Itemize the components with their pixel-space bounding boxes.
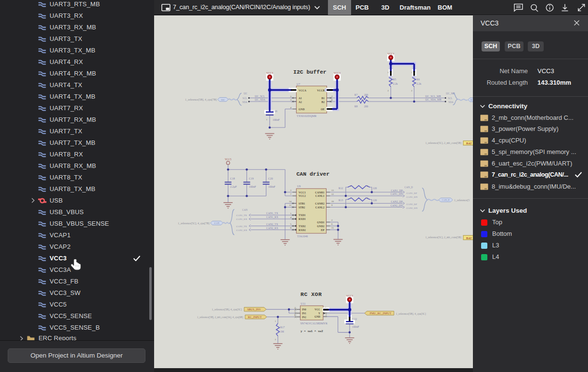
svg-text:2: 2 bbox=[411, 90, 412, 92]
svg-text:IN2: IN2 bbox=[302, 316, 306, 319]
svg-text:CAN1_DP: CAN1_DP bbox=[391, 189, 403, 192]
svg-text:TJA1046: TJA1046 bbox=[297, 235, 308, 238]
svg-text:1: 1 bbox=[350, 185, 351, 187]
svg-text:100nF: 100nF bbox=[273, 118, 280, 121]
svg-text:CANL1: CANL1 bbox=[315, 194, 325, 197]
svg-text:I2C_SCL: I2C_SCL bbox=[255, 95, 265, 98]
svg-text:CANH2: CANH2 bbox=[315, 202, 324, 205]
svg-text:I2C_SDA: I2C_SDA bbox=[255, 98, 265, 101]
svg-text:B2: B2 bbox=[321, 101, 325, 103]
svg-text:A1: A1 bbox=[299, 97, 302, 100]
svg-text:C22: C22 bbox=[353, 318, 357, 321]
svg-text:CAN_D: CAN_D bbox=[405, 186, 413, 189]
svg-text:SDA: SDA bbox=[242, 101, 248, 103]
svg-text:CAN1_RX: CAN1_RX bbox=[236, 218, 248, 220]
svg-text:100nF: 100nF bbox=[249, 185, 257, 188]
svg-text:CAN1_DN: CAN1_DN bbox=[406, 196, 418, 198]
svg-text:1: 1 bbox=[266, 118, 267, 121]
svg-text:I2: I2 bbox=[470, 99, 473, 101]
svg-text:1_reference[5B], 2_mb_conn[3A]: 1_reference[5B], 2_mb_conn[3A], 4_cpu[6B… bbox=[197, 316, 243, 319]
svg-text:RC_INPUT: RC_INPUT bbox=[248, 316, 262, 319]
svg-text:R6: R6 bbox=[417, 78, 420, 81]
svg-text:2: 2 bbox=[275, 338, 276, 341]
svg-text:1: 1 bbox=[275, 320, 276, 322]
svg-text:IN0: IN0 bbox=[302, 308, 306, 311]
svg-text:CAN2_TX: CAN2_TX bbox=[266, 223, 278, 226]
svg-text:GND2: GND2 bbox=[317, 225, 324, 228]
svg-text:OE: OE bbox=[321, 108, 325, 111]
svg-text:R17: R17 bbox=[280, 326, 285, 329]
svg-text:RXD1: RXD1 bbox=[299, 218, 306, 220]
svg-text:1_reference[5B], 4_cpu[3C]: 1_reference[5B], 4_cpu[3C] bbox=[212, 308, 242, 311]
svg-text:STB1: STB1 bbox=[299, 202, 305, 205]
svg-text:CAN2_DN: CAN2_DN bbox=[391, 204, 403, 207]
svg-text:U7: U7 bbox=[297, 83, 300, 86]
svg-text:VCC1: VCC1 bbox=[299, 191, 306, 194]
svg-text:I2C_SDA_MB: I2C_SDA_MB bbox=[425, 98, 442, 101]
svg-text:RXD2: RXD2 bbox=[299, 229, 306, 231]
svg-text:100nF: 100nF bbox=[268, 185, 276, 188]
svg-text:CANL2: CANL2 bbox=[315, 206, 325, 209]
svg-text:13: 13 bbox=[331, 189, 334, 192]
svg-text:R13: R13 bbox=[339, 199, 343, 202]
svg-text:IN1: IN1 bbox=[302, 312, 306, 315]
svg-text:CAN1_TX: CAN1_TX bbox=[236, 214, 248, 217]
svg-text:SCL: SCL bbox=[243, 97, 248, 100]
svg-text:A2: A2 bbox=[299, 101, 302, 103]
svg-text:FMU_RC_INPUT: FMU_RC_INPUT bbox=[370, 312, 392, 315]
svg-text:1M: 1M bbox=[280, 330, 284, 333]
svg-text:U11: U11 bbox=[301, 302, 306, 305]
svg-text:B1: B1 bbox=[321, 97, 325, 100]
svg-text:CAN2_DN: CAN2_DN bbox=[406, 207, 418, 209]
svg-text:200: 200 bbox=[364, 105, 368, 108]
svg-text:BAT: BAT bbox=[466, 236, 472, 240]
svg-text:STB2: STB2 bbox=[299, 206, 305, 209]
svg-text:SN74LVC1G58DMYR: SN74LVC1G58DMYR bbox=[301, 322, 327, 325]
svg-text:I2C_SCL_MB: I2C_SCL_MB bbox=[425, 95, 441, 98]
svg-text:100nF: 100nF bbox=[352, 325, 360, 328]
svg-text:TXD1: TXD1 bbox=[299, 214, 306, 217]
svg-text:CAN2_DP: CAN2_DP bbox=[406, 203, 417, 205]
svg-text:14: 14 bbox=[289, 200, 292, 203]
svg-text:GND: GND bbox=[299, 108, 304, 111]
svg-text:2: 2 bbox=[367, 185, 368, 187]
svg-text:R5: R5 bbox=[393, 78, 396, 81]
svg-text:I2C: I2C bbox=[244, 92, 248, 95]
svg-text:CAN2_RX: CAN2_RX bbox=[236, 229, 248, 231]
svg-text:VCCB: VCCB bbox=[317, 89, 325, 92]
svg-text:C19: C19 bbox=[249, 177, 254, 180]
svg-text:R12: R12 bbox=[339, 187, 343, 190]
svg-text:VCC2: VCC2 bbox=[299, 194, 306, 197]
svg-text:120: 120 bbox=[373, 199, 377, 202]
svg-text:VCC3: VCC3 bbox=[334, 72, 340, 75]
svg-text:GND1: GND1 bbox=[317, 221, 324, 224]
svg-text:2.2k: 2.2k bbox=[417, 82, 421, 85]
svg-text:I2C: I2C bbox=[221, 99, 225, 101]
svg-text:CAN driver: CAN driver bbox=[296, 171, 329, 177]
svg-text:1_reference[5C], 2_mb_conn[5B]: 1_reference[5C], 2_mb_conn[5B] bbox=[425, 141, 461, 144]
svg-text:U9: U9 bbox=[297, 185, 301, 188]
svg-text:Y: Y bbox=[318, 312, 320, 315]
svg-text:1_reference[5B], 4_cpu[3C]: 1_reference[5B], 4_cpu[3C] bbox=[396, 312, 426, 315]
svg-text:12: 12 bbox=[331, 193, 334, 195]
svg-text:2.2µF: 2.2µF bbox=[230, 185, 237, 188]
svg-text:VCCA: VCCA bbox=[299, 89, 306, 92]
svg-text:200: 200 bbox=[364, 93, 368, 96]
svg-text:CANH1: CANH1 bbox=[315, 191, 324, 194]
svg-text:1_reference[5: 1_reference[5 bbox=[454, 199, 470, 202]
svg-text:CAN: CAN bbox=[242, 208, 248, 211]
svg-text:2.2k: 2.2k bbox=[393, 82, 398, 85]
svg-text:2: 2 bbox=[367, 197, 368, 199]
svg-text:VCC: VCC bbox=[314, 308, 320, 311]
svg-text:C20: C20 bbox=[268, 177, 273, 180]
svg-text:1: 1 bbox=[350, 197, 351, 199]
svg-text:R8: R8 bbox=[354, 105, 358, 108]
svg-text:VCC3: VCC3 bbox=[388, 52, 394, 55]
svg-text:CAN: CAN bbox=[214, 222, 220, 224]
svg-text:2: 2 bbox=[388, 90, 389, 92]
svg-text:120: 120 bbox=[373, 187, 377, 190]
svg-text:y = sw1 ^ sw2: y = sw1 ^ sw2 bbox=[301, 330, 323, 333]
svg-text:CAN2_TX: CAN2_TX bbox=[236, 225, 248, 228]
svg-text:10: 10 bbox=[331, 200, 334, 203]
svg-text:CAN1_DP: CAN1_DP bbox=[406, 192, 417, 194]
